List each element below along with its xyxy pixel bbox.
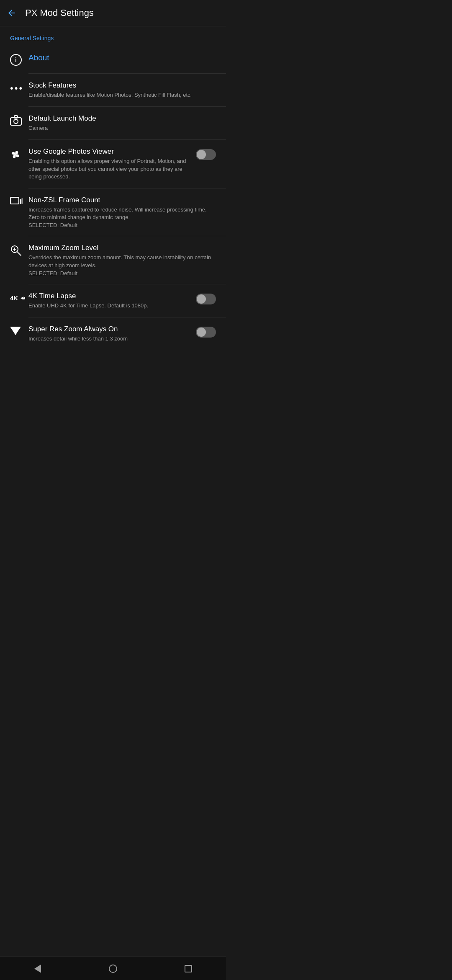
super-res-zoom-desc: Increases detail while less than 1.3 zoo… (28, 335, 192, 343)
google-photos-viewer-desc: Enabling this option allows proper viewi… (28, 157, 192, 181)
maximum-zoom-level-desc: Overrides the maximum zoom amount. This … (28, 254, 216, 269)
4k-time-lapse-toggle-wrap (196, 292, 216, 304)
svg-rect-5 (22, 198, 23, 204)
section-label-general: General Settings (0, 26, 226, 46)
non-zsl-frame-count-desc: Increases frames captured to reduce nois… (28, 206, 216, 221)
settings-item-4k-time-lapse[interactable]: 4K 4K Time Lapse Enable UHD 4K for Time … (0, 284, 226, 317)
maximum-zoom-level-selected: SELECTED: Default (28, 270, 216, 276)
svg-rect-3 (10, 197, 19, 204)
super-res-zoom-title: Super Res Zoom Always On (28, 325, 192, 333)
svg-rect-0 (10, 118, 21, 125)
settings-item-google-photos-viewer[interactable]: Use Google Photos Viewer Enabling this o… (0, 140, 226, 188)
about-content: About (28, 53, 216, 62)
google-photos-viewer-toggle[interactable] (196, 149, 216, 160)
settings-item-stock-features[interactable]: ••• Stock Features Enable/disable featur… (0, 74, 226, 106)
non-zsl-frame-count-content: Non-ZSL Frame Count Increases frames cap… (28, 196, 216, 228)
settings-item-maximum-zoom-level[interactable]: Maximum Zoom Level Overrides the maximum… (0, 236, 226, 284)
google-photos-viewer-content: Use Google Photos Viewer Enabling this o… (28, 147, 192, 181)
svg-rect-1 (14, 116, 18, 118)
triangle-icon (10, 325, 28, 335)
back-button[interactable] (7, 8, 17, 18)
settings-item-super-res-zoom[interactable]: Super Res Zoom Always On Increases detai… (0, 317, 226, 350)
default-launch-mode-desc: Camera (28, 124, 216, 132)
stock-features-desc: Enable/disable features like Motion Phot… (28, 91, 216, 99)
svg-line-7 (17, 252, 21, 255)
default-launch-mode-title: Default Launch Mode (28, 114, 216, 123)
stock-features-title: Stock Features (28, 81, 216, 90)
settings-item-non-zsl-frame-count[interactable]: Non-ZSL Frame Count Increases frames cap… (0, 188, 226, 236)
default-launch-mode-content: Default Launch Mode Camera (28, 114, 216, 132)
svg-point-2 (14, 119, 18, 124)
non-zsl-frame-count-title: Non-ZSL Frame Count (28, 196, 216, 204)
page-title: PX Mod Settings (25, 8, 94, 18)
4k-icon: 4K (10, 292, 28, 304)
camera-icon (10, 114, 28, 126)
image-bar-icon (10, 196, 28, 207)
4k-time-lapse-desc: Enable UHD 4K for Time Lapse. Default is… (28, 302, 192, 309)
svg-rect-4 (20, 199, 21, 204)
stock-features-content: Stock Features Enable/disable features l… (28, 81, 216, 99)
google-photos-viewer-title: Use Google Photos Viewer (28, 147, 192, 156)
pinwheel-icon (10, 147, 28, 160)
4k-time-lapse-toggle[interactable] (196, 294, 216, 304)
super-res-zoom-toggle-wrap (196, 325, 216, 338)
super-res-zoom-content: Super Res Zoom Always On Increases detai… (28, 325, 192, 343)
dots-icon: ••• (10, 81, 28, 94)
settings-item-about[interactable]: i About (0, 46, 226, 73)
non-zsl-frame-count-selected: SELECTED: Default (28, 222, 216, 228)
maximum-zoom-level-content: Maximum Zoom Level Overrides the maximum… (28, 244, 216, 276)
super-res-zoom-toggle[interactable] (196, 327, 216, 338)
4k-time-lapse-title: 4K Time Lapse (28, 292, 192, 300)
svg-text:4K: 4K (10, 294, 18, 302)
info-icon: i (10, 53, 28, 66)
maximum-zoom-level-title: Maximum Zoom Level (28, 244, 216, 252)
google-photos-viewer-toggle-wrap (196, 147, 216, 160)
header: PX Mod Settings (0, 0, 226, 26)
zoom-icon (10, 244, 28, 256)
settings-item-default-launch-mode[interactable]: Default Launch Mode Camera (0, 107, 226, 139)
4k-time-lapse-content: 4K Time Lapse Enable UHD 4K for Time Lap… (28, 292, 192, 309)
about-title: About (28, 53, 216, 62)
